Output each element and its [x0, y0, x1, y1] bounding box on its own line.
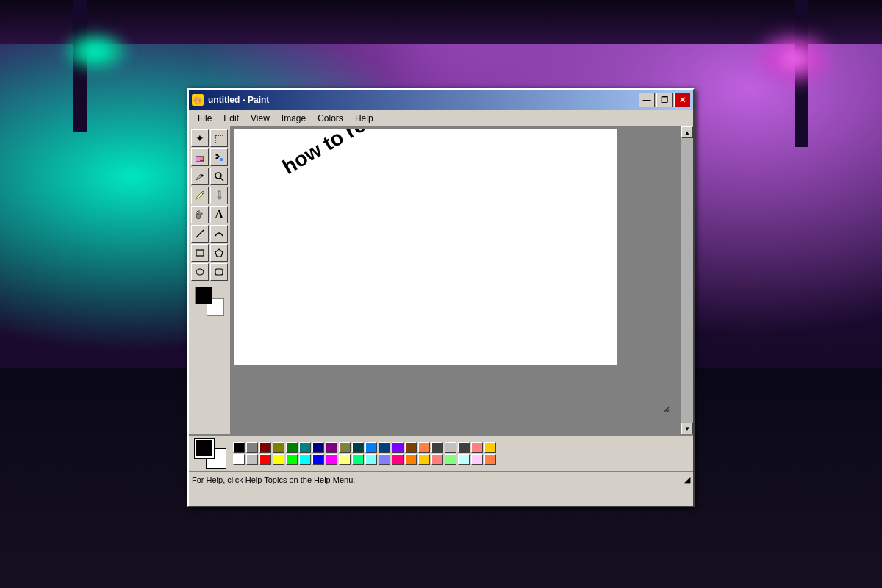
swatch-amber[interactable] — [418, 454, 430, 465]
svg-rect-9 — [198, 213, 202, 215]
swatch-gold[interactable] — [484, 442, 496, 453]
scroll-track-v[interactable] — [681, 138, 693, 423]
swatch-white[interactable] — [233, 454, 245, 465]
swatch-magenta[interactable] — [326, 454, 337, 465]
pencil-tool[interactable] — [191, 187, 209, 204]
swatch-orange[interactable] — [418, 442, 430, 453]
palette-active-colors — [195, 439, 226, 468]
status-bar: For Help, click Help Topics on the Help … — [189, 471, 693, 487]
tool-row-8 — [191, 263, 228, 281]
svg-rect-1 — [196, 157, 200, 161]
status-help-text: For Help, click Help Topics on the Help … — [192, 476, 531, 484]
swatch-darkteal[interactable] — [352, 442, 364, 453]
free-select-tool[interactable]: ✦ — [191, 129, 209, 147]
neon-light-left — [59, 29, 132, 74]
menu-edit[interactable]: Edit — [218, 112, 245, 125]
curve-tool[interactable] — [210, 225, 228, 243]
palette-swatches — [233, 442, 496, 465]
canvas-area[interactable]: how to rotate text in ms paint — [232, 126, 681, 434]
swatch-ltgray[interactable] — [246, 454, 258, 465]
palette-fg-color[interactable] — [195, 439, 214, 458]
swatch-ltcyan[interactable] — [365, 454, 377, 465]
tool-row-1: ✦ ⬚ — [191, 129, 228, 147]
rounded-rect-tool[interactable] — [210, 263, 228, 281]
swatch-navy[interactable] — [312, 442, 324, 453]
swatch-darkred[interactable] — [259, 442, 271, 453]
swatch-charcoal[interactable] — [458, 442, 470, 453]
polygon-tool[interactable] — [210, 244, 228, 262]
foreground-color-box[interactable] — [195, 287, 212, 304]
menu-help[interactable]: Help — [349, 112, 379, 125]
fill-tool[interactable] — [210, 148, 228, 166]
swatch-ltsalmon[interactable] — [431, 454, 443, 465]
swatch-periwinkle[interactable] — [379, 454, 390, 465]
svg-line-13 — [196, 230, 204, 237]
swatch-ltorange[interactable] — [484, 454, 496, 465]
swatch-blue[interactable] — [312, 454, 324, 465]
airbrush-tool[interactable] — [191, 206, 209, 223]
swatch-red[interactable] — [259, 454, 271, 465]
menu-colors[interactable]: Colors — [312, 112, 349, 125]
swatch-ltazure[interactable] — [458, 454, 470, 465]
pick-color-tool[interactable] — [191, 168, 209, 185]
svg-point-3 — [215, 173, 221, 179]
svg-point-10 — [197, 211, 198, 212]
swatch-rose[interactable] — [392, 454, 404, 465]
status-resize-icon: ◢ — [678, 475, 690, 484]
swatch-salmon[interactable] — [471, 442, 483, 453]
swatch-darkblue[interactable] — [379, 442, 390, 453]
swatch-black[interactable] — [233, 442, 245, 453]
scroll-down-button[interactable]: ▼ — [681, 423, 693, 434]
swatch-purple[interactable] — [326, 442, 337, 453]
swatch-darkolive[interactable] — [339, 442, 351, 453]
palette-row-1 — [233, 442, 496, 453]
swatch-silver[interactable] — [445, 442, 456, 453]
svg-rect-5 — [218, 191, 220, 196]
scroll-up-button[interactable]: ▲ — [681, 126, 693, 138]
swatch-spring[interactable] — [352, 454, 364, 465]
swatch-teal[interactable] — [299, 442, 311, 453]
maximize-button[interactable]: ❐ — [656, 93, 673, 107]
tool-row-3 — [191, 168, 228, 185]
swatch-ltgreen[interactable] — [445, 454, 456, 465]
main-area: ✦ ⬚ — [189, 126, 693, 434]
palette-row-2 — [233, 454, 496, 465]
right-scrollbar: ▲ ▼ — [681, 126, 693, 434]
title-buttons: — ❐ ✕ — [639, 93, 690, 107]
resize-handle[interactable] — [662, 402, 668, 408]
tool-row-5: A — [191, 206, 228, 223]
swatch-darkorange[interactable] — [405, 454, 417, 465]
eraser-tool[interactable] — [191, 148, 209, 166]
swatch-ltpink[interactable] — [471, 454, 483, 465]
swatch-ltyellow[interactable] — [339, 454, 351, 465]
paint-canvas[interactable]: how to rotate text in ms paint — [234, 129, 617, 365]
tool-row-2 — [191, 148, 228, 166]
menu-view[interactable]: View — [245, 112, 276, 125]
swatch-cyan[interactable] — [299, 454, 311, 465]
toolbox: ✦ ⬚ — [189, 126, 232, 434]
rect-select-tool[interactable]: ⬚ — [210, 129, 228, 147]
text-tool[interactable]: A — [210, 206, 228, 223]
rectangle-tool[interactable] — [191, 244, 209, 262]
swatch-brown[interactable] — [405, 442, 417, 453]
swatch-azure[interactable] — [365, 442, 377, 453]
brush-tool[interactable] — [210, 187, 228, 204]
color-palette — [189, 434, 693, 471]
swatch-gray[interactable] — [246, 442, 258, 453]
ellipse-tool[interactable] — [191, 263, 209, 281]
swatch-olive[interactable] — [273, 442, 284, 453]
swatch-violet[interactable] — [392, 442, 404, 453]
swatch-darkgray[interactable] — [431, 442, 443, 453]
swatch-darkgreen[interactable] — [286, 442, 298, 453]
tool-row-7 — [191, 244, 228, 262]
menu-image[interactable]: Image — [276, 112, 312, 125]
menu-file[interactable]: File — [192, 112, 218, 125]
close-button[interactable]: ✕ — [674, 93, 690, 107]
svg-line-4 — [220, 178, 223, 181]
line-tool[interactable] — [191, 225, 209, 243]
swatch-lime[interactable] — [286, 454, 298, 465]
swatch-yellow[interactable] — [273, 454, 284, 465]
magnifier-tool[interactable] — [210, 168, 228, 185]
minimize-button[interactable]: — — [639, 93, 655, 107]
title-left: 🎨 untitled - Paint — [192, 94, 269, 106]
